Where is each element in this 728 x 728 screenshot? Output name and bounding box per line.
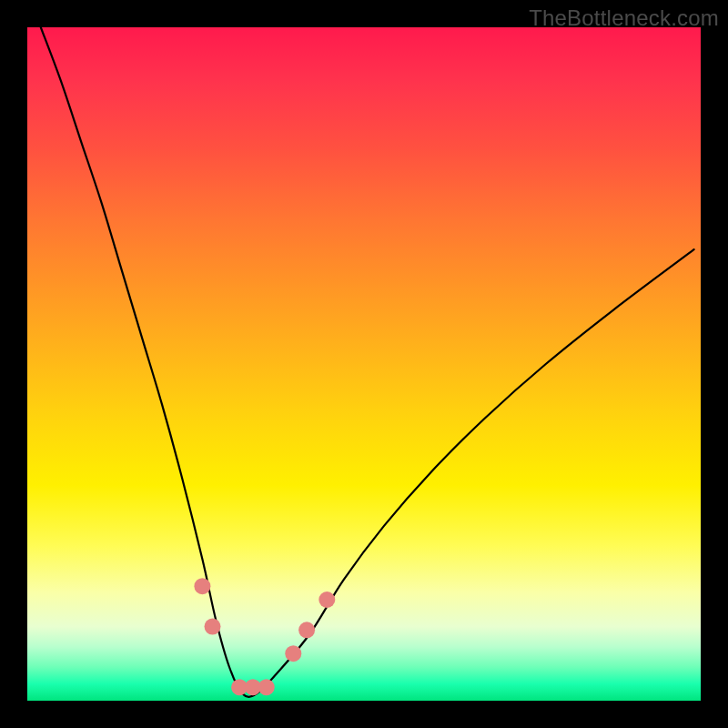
bottleneck-curve	[41, 27, 694, 697]
chart-frame: TheBottleneck.com	[0, 0, 728, 728]
curve-marker	[318, 592, 335, 608]
curve-marker	[258, 679, 275, 695]
curve-layer	[27, 27, 701, 701]
curve-marker	[205, 619, 221, 635]
curve-marker	[194, 578, 210, 594]
curve-marker	[298, 622, 315, 638]
plot-area	[27, 27, 701, 701]
curve-marker	[285, 645, 301, 662]
watermark-text: TheBottleneck.com	[529, 5, 719, 31]
